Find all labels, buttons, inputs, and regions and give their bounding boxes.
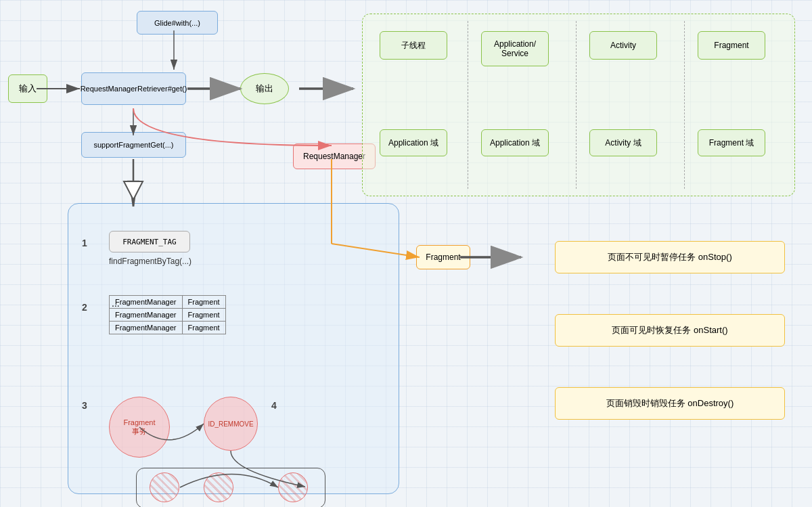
on-destroy-box: 页面销毁时销毁任务 onDestroy()	[555, 387, 785, 420]
num1-label: 1	[82, 238, 87, 248]
vdivider-2	[576, 21, 577, 189]
find-fragment-text: findFragmentByTag(...)	[109, 257, 191, 266]
app-domain2-box: Application 域	[481, 129, 549, 156]
table-cell-f2: Fragment	[182, 309, 225, 322]
app-domain1-box: Application 域	[380, 129, 447, 156]
num4-label: 4	[271, 400, 277, 411]
activity-header-box: Activity	[589, 31, 657, 60]
hatched-circle-2	[204, 472, 233, 502]
table-cell-fm1: FragmentManager	[110, 296, 183, 309]
table-row: FragmentManager Fragment	[110, 309, 226, 322]
fragment-table-container: FragmentManager Fragment FragmentManager…	[109, 295, 120, 309]
fragment-detail-container: 1 FRAGMENT_TAG findFragmentByTag(...) 2 …	[68, 203, 399, 494]
table-cell-f3: Fragment	[182, 322, 225, 334]
output-box: 输出	[240, 73, 289, 104]
glide-box: Glide#with(...)	[137, 11, 218, 35]
num3-label: 3	[82, 400, 87, 411]
activity-domain-box: Activity 域	[589, 129, 657, 156]
on-start-box: 页面可见时恢复任务 onStart()	[555, 314, 785, 347]
fragment-header-box: Fragment	[698, 31, 765, 60]
hatched-circle-1	[150, 472, 179, 502]
fragment-orange-box: Fragment	[416, 245, 470, 269]
num2-label: 2	[82, 302, 87, 313]
vdivider-1	[468, 21, 468, 189]
fragment-shiwu-circle: Fragment 事务	[109, 397, 170, 458]
table-cell-fm2: FragmentManager	[110, 309, 183, 322]
fragment-domain-box: Fragment 域	[698, 129, 765, 156]
on-stop-box: 页面不可见时暂停任务 onStop()	[555, 241, 785, 273]
lifecycle-container: 子线程 Application/ Service Activity Fragme…	[362, 14, 795, 196]
fragment-tag-box: FRAGMENT_TAG	[109, 231, 190, 252]
vdivider-3	[684, 21, 685, 189]
diagram-canvas: 输入 Glide#with(...) RequestManagerRetriev…	[0, 0, 812, 507]
svg-marker-14	[124, 181, 143, 200]
hatched-circle-3	[278, 472, 308, 502]
retriever-box: RequestManagerRetriever#get()	[81, 72, 186, 105]
app-service-box: Application/ Service	[481, 31, 549, 66]
input-box: 输入	[8, 74, 47, 103]
support-fragment-box: supportFragmentGet(...)	[81, 132, 186, 158]
table-row: FragmentManager Fragment	[110, 322, 226, 334]
zixiancheng-box: 子线程	[380, 31, 447, 60]
table-row: FragmentManager Fragment	[110, 296, 226, 309]
table-cell-fm3: FragmentManager	[110, 322, 183, 334]
fragment-manager-table: FragmentManager Fragment FragmentManager…	[109, 295, 226, 334]
table-cell-f1: Fragment	[182, 296, 225, 309]
id-remmove-circle: ID_REMMOVE	[204, 397, 258, 451]
